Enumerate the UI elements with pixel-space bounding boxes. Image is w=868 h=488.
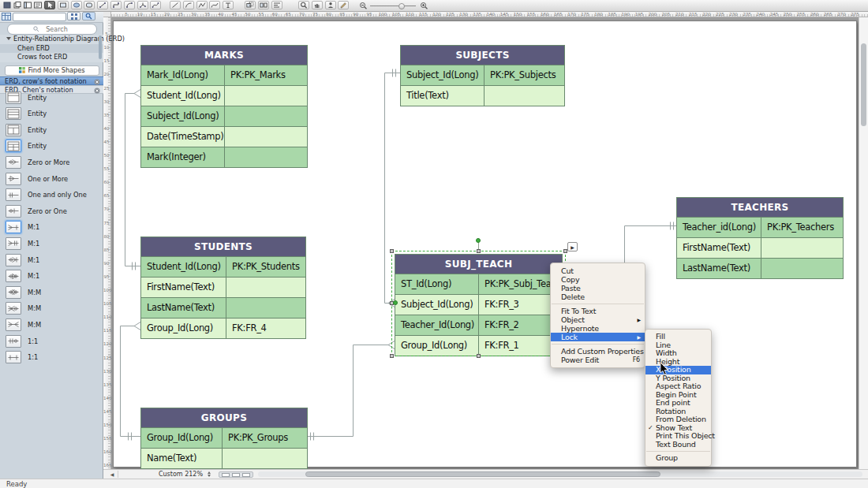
rel-cf-b-icon[interactable] <box>6 254 21 266</box>
entity-1-icon[interactable] <box>6 91 21 104</box>
selection-handle[interactable] <box>477 354 481 358</box>
shape-item-entity[interactable]: Entity <box>0 124 103 140</box>
shape-item-1-1[interactable]: 1:1 <box>0 335 103 351</box>
rel-f-bb-icon[interactable] <box>6 237 21 250</box>
menu-item-text-bound[interactable]: Text Bound <box>645 441 711 449</box>
table-row[interactable]: FirstName(Text) <box>677 237 843 258</box>
zoom-stepper[interactable] <box>206 471 213 478</box>
table-row[interactable]: Student_Id(Long)PK:PK_Students <box>141 256 305 277</box>
table-row[interactable]: LastName(Text) <box>677 258 843 278</box>
mirror-tool-button[interactable] <box>258 1 269 9</box>
connector-smart-tool-button[interactable] <box>150 1 161 9</box>
disclosure-triangle-icon[interactable] <box>6 37 11 40</box>
user-tool-button[interactable] <box>325 1 336 9</box>
rounded-rect-tool-button[interactable] <box>84 1 95 9</box>
rel-f-f-icon[interactable] <box>6 319 21 331</box>
shape-item-zero-or-one[interactable]: Zero or One <box>0 205 103 221</box>
menu-item-hypernote[interactable]: Hypernote <box>551 324 645 333</box>
inspector-tool-button[interactable] <box>32 1 43 9</box>
zoom-out-icon[interactable] <box>359 2 368 9</box>
horizontal-scrollbar[interactable] <box>258 471 862 477</box>
ellipse-tool-button[interactable] <box>71 1 82 9</box>
line-tool-button[interactable] <box>170 1 181 9</box>
align-tool-button[interactable] <box>271 1 282 9</box>
menu-item-copy[interactable]: Copy <box>551 275 645 284</box>
tree-item-crows-foot-erd[interactable]: Crows foot ERD <box>0 53 103 62</box>
page-back-button[interactable]: ◀ <box>107 471 118 478</box>
app-logo-tool-button[interactable] <box>2 1 13 9</box>
zoom-in-icon[interactable] <box>420 2 428 9</box>
er-table-students[interactable]: STUDENTSStudent_Id(Long)PK:PK_StudentsFi… <box>140 237 306 339</box>
shape-item-entity[interactable]: Entity <box>0 91 103 107</box>
selection-handle[interactable] <box>477 249 481 253</box>
connector-line-tool-button[interactable] <box>97 1 108 9</box>
menu-item-fit-to-text[interactable]: Fit To Text <box>551 307 645 315</box>
connector-curve-tool-button[interactable] <box>124 1 135 9</box>
shape-item-m-1[interactable]: M:1 <box>0 237 103 253</box>
zoom-slider[interactable] <box>359 1 428 10</box>
grid-view-button[interactable] <box>67 12 80 20</box>
table-row[interactable]: Mark(Integer) <box>141 147 307 167</box>
shape-item-entity[interactable]: Entity <box>0 140 103 155</box>
table-row[interactable]: Date(TimeStamp) <box>141 126 307 147</box>
search-input[interactable] <box>19 24 95 35</box>
shape-item-m-1[interactable]: M:1 <box>0 254 103 270</box>
er-table-groups[interactable]: GROUPSGroup_Id(Long)PK:PK_GroupsName(Tex… <box>140 408 308 469</box>
rel-f-cf-icon[interactable] <box>6 302 21 315</box>
table-row[interactable]: Student_Id(Long) <box>141 85 307 106</box>
polyline-tool-button[interactable] <box>196 1 208 9</box>
tree-item-chen-erd[interactable]: Chen ERD <box>0 44 103 54</box>
pan-tool-button[interactable] <box>312 1 323 9</box>
transform-tool-button[interactable] <box>245 1 256 9</box>
rel-cf-cf-icon[interactable] <box>6 286 21 299</box>
library-title-field[interactable] <box>13 13 66 21</box>
entity-2-icon[interactable] <box>6 107 21 120</box>
table-row[interactable]: Subject_Id(Long)PK:PK_Subjects <box>401 65 564 85</box>
panel-tool-button[interactable] <box>22 1 33 9</box>
table-row[interactable]: Subject_Id(Long) <box>141 106 307 126</box>
page-tabs[interactable] <box>219 471 253 479</box>
rel-f-b-icon[interactable] <box>6 221 21 233</box>
pages-tool-button[interactable] <box>12 1 23 9</box>
menu-item-power-edit[interactable]: Power EditF6 <box>551 356 645 364</box>
page-tab-1[interactable] <box>222 473 230 478</box>
zoom-tool-button[interactable] <box>298 1 309 9</box>
close-library-icon[interactable] <box>94 79 100 85</box>
tree-item-entity-relationship-diagram-erd-[interactable]: Entity-Relationship Diagram (ERD) <box>0 35 103 44</box>
menu-item-object[interactable]: Object▶ <box>551 315 645 324</box>
menu-item-paste[interactable]: Paste <box>551 284 645 292</box>
rect-tool-button[interactable] <box>58 1 69 9</box>
table-row[interactable]: Group_Id(Long)PK:PK_Groups <box>141 427 307 448</box>
spline-tool-button[interactable] <box>209 1 220 9</box>
table-row[interactable]: Group_Id(Long)FK:FR_4 <box>141 318 305 338</box>
connection-point[interactable] <box>393 300 398 305</box>
rel-b-b-icon[interactable] <box>6 351 21 363</box>
table-row[interactable]: LastName(Text) <box>141 297 305 318</box>
arc-tool-button[interactable] <box>183 1 194 9</box>
rotation-handle[interactable] <box>476 238 481 243</box>
menu-item-cut[interactable]: Cut <box>551 266 645 275</box>
menu-item-lock[interactable]: Lock▶ <box>551 333 645 341</box>
shape-search[interactable] <box>7 24 97 35</box>
vertical-scrollbar-thumb[interactable] <box>861 43 866 126</box>
pointer-tool-button[interactable] <box>44 1 55 9</box>
rel-cf-cb-icon[interactable] <box>6 270 21 282</box>
rel-bf-icon[interactable] <box>6 173 21 185</box>
zoom-level-select[interactable]: Custom 212% <box>141 470 203 479</box>
table-row[interactable]: FirstName(Text) <box>141 277 305 297</box>
rel-bb-icon[interactable] <box>6 188 21 201</box>
library-search-button[interactable] <box>82 12 95 20</box>
er-table-teachers[interactable]: TEACHERSTeacher_id(Long)PK:PK_TeachersFi… <box>676 197 844 279</box>
page-tab-3[interactable] <box>242 473 250 478</box>
horizontal-scrollbar-thumb[interactable] <box>305 471 660 477</box>
menu-item-group[interactable]: Group <box>645 454 711 463</box>
table-row[interactable]: Title(Text) <box>401 85 564 106</box>
connector-tree-tool-button[interactable] <box>137 1 148 9</box>
selection-handle[interactable] <box>390 249 394 253</box>
menu-item-add-custom-properties[interactable]: Add Custom Properties <box>551 347 645 356</box>
shape-item-m-m[interactable]: M:M <box>0 302 103 318</box>
table-row[interactable]: Teacher_id(Long)PK:PK_Teachers <box>677 217 843 237</box>
rel-cf-icon[interactable] <box>6 156 21 169</box>
shape-item-m-m[interactable]: M:M <box>0 319 103 334</box>
find-more-shapes-button[interactable]: Find More Shapes <box>5 65 99 76</box>
